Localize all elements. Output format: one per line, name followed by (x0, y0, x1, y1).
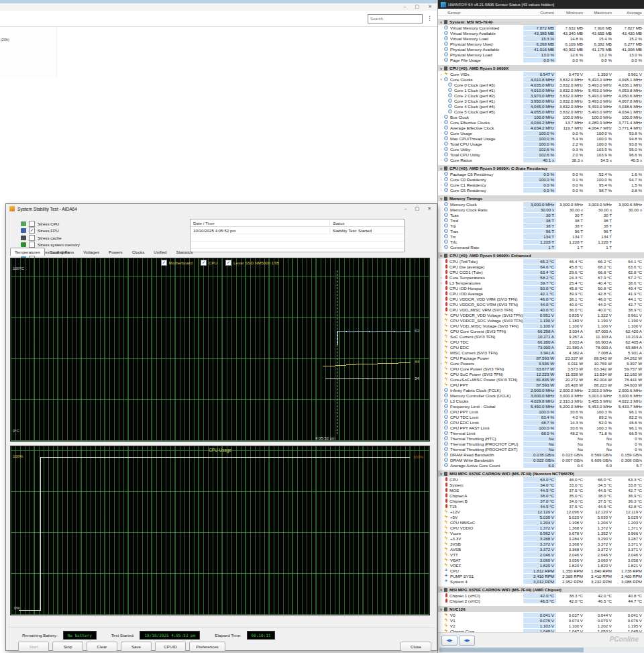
chevron-icon[interactable]: › (438, 188, 444, 192)
chevron-icon[interactable]: › (438, 275, 444, 279)
tab-unified[interactable]: Unified (149, 248, 171, 256)
sensor-row[interactable]: Trfc1,228 T1,228 T1,228 T (438, 239, 644, 244)
sensor-row[interactable]: +CPU1,812 RPM1,350 RPM1,840 RPM1,738 RPM (438, 568, 644, 573)
legend-item[interactable]: ✓Lexar SSD NM5000 1TB (225, 260, 279, 266)
sensor-row[interactable]: Core 3 Clock (perf #1)3,950.0 MHz3,832.0… (438, 98, 644, 103)
close-button[interactable]: Close (400, 642, 431, 652)
column-current[interactable]: Current (523, 10, 556, 15)
sensor-row[interactable]: Package C6 Residency0.0 %0.0 %52.4 %1.6 … (438, 171, 644, 177)
sensor-row[interactable]: ϟV00.041 V0.037 V0.044 V0.041 V (438, 612, 644, 617)
sensor-row[interactable]: ϟCPU SoC Power (SVI3 TFN)12.223 W11.028 … (438, 371, 644, 376)
sensor-row[interactable]: Chipset B37.0 °C34.0 °C37.5 °C36.3 °C (438, 498, 644, 503)
sensor-row[interactable]: ϟCPU VDD_MISC Voltage (SVI3 TFN)1.100 V1… (438, 323, 644, 328)
chevron-down-icon[interactable]: ∨ (438, 254, 444, 258)
sensor-row[interactable]: ›L3 Temperatures39.7 °C25.4 °C40.4 °C38.… (438, 280, 644, 285)
legend-item[interactable]: ✓Motherboard (161, 260, 193, 266)
log-row[interactable]: 10/10/2025 4:05:52 pmStability Test: Sta… (191, 227, 404, 234)
chevron-down-icon[interactable]: ∨ (438, 607, 444, 611)
sensor-row[interactable]: ϟ+5V5.030 V5.020 V5.030 V5.029 V (438, 514, 644, 519)
sensor-row[interactable]: ϟCore+SoC+MISC Power (SVI3 TFN)81.835 W2… (438, 376, 644, 382)
sensor-row[interactable]: Total CPU Usage100.0 %2.2 %100.0 %93.8 % (438, 141, 644, 146)
sensor-row[interactable]: Core 0 Clock (perf #3)4,035.0 MHz3,832.0… (438, 82, 644, 87)
sensor-row[interactable]: Memory Controller Clock (UCLK)3,000.0 MH… (438, 393, 644, 398)
sensor-row[interactable]: Trcd38 T38 T38 T (438, 217, 644, 223)
sensor-row[interactable]: Trp38 T38 T38 T (438, 223, 644, 228)
sensor-row[interactable]: Max CPU/Thread Usage100.0 %5.4 %100.0 %9… (438, 136, 644, 141)
sensor-row[interactable]: ϟCPU NB/SoC1.204 V1.198 V1.204 V1.203 V (438, 519, 644, 525)
sensor-row[interactable]: ϟCPU PPT87.593 W26.428 W88.223 W84.603 W (438, 382, 644, 387)
sensor-row[interactable]: CPU VDDCR_SOC VRM (SVI3 TFN)44.0 °C40.0 … (438, 301, 644, 307)
sensor-section-header[interactable]: ∨MSI MPG X670E CARBON WIFI (MS-7E49) (Nu… (438, 470, 644, 476)
chevron-icon[interactable]: › (438, 281, 444, 285)
sensor-row[interactable]: CPU TDC Limit83.4 %4.0 %89.2 %82.2 % (438, 414, 644, 419)
sensor-row[interactable]: CPU63.0 °C46.0 °C66.0 °C63.3 °C (438, 476, 644, 482)
sensor-row[interactable]: Physical Memory Load13.0 %12.6 %13.2 %13… (438, 52, 644, 57)
sensor-row[interactable]: Virtual Memory Committed7,872 MB7,632 MB… (438, 25, 644, 30)
sensor-row[interactable]: Infinity Fabric Clock (FCLK)2,000.0 MHz2… (438, 387, 644, 393)
sensor-row[interactable]: T1544.5 °C37.5 °C44.5 °C42.8 °C (438, 503, 644, 509)
tab-cooling-fans[interactable]: Cooling Fans (45, 248, 78, 256)
sensor-row[interactable]: Average Active Core Count6.00.46.05.7 (438, 462, 644, 468)
chevron-down-icon[interactable]: ∨ (438, 588, 444, 592)
sensor-section-header[interactable]: ∨CPU [#0]: AMD Ryzen 5 9600X: Enhanced (438, 252, 644, 258)
sensor-row[interactable]: Frequency Limit - Global5,450.0 MHz5,200… (438, 403, 644, 409)
sensor-row[interactable]: Memory Clock3,000.0 MHz3,000.0 MHz3,003.… (438, 201, 644, 207)
legend-checkbox[interactable]: ✓ (201, 260, 207, 266)
chevron-icon[interactable]: ∨ (438, 77, 444, 81)
sensor-row[interactable]: Chipset 1 (xHCI)42.0 °C38.3 °C42.0 °C40.… (438, 593, 644, 598)
chevron-icon[interactable]: › (438, 120, 444, 124)
sensor-row[interactable]: Total CPU Utility102.6 %2.0 %103.9 %96.6… (438, 152, 644, 157)
sensor-row[interactable]: Page File Usage0.0 %0.0 %0.0 %0.0 % (438, 57, 644, 62)
maximize-icon[interactable]: ▢ (415, 4, 420, 9)
swap-arrows-icon[interactable]: ◀▶ (441, 636, 458, 646)
sensor-row[interactable]: ϟ+3.3V3.288 V3.284 V3.290 V3.287 V (438, 536, 644, 541)
scrollbar-thumb[interactable] (439, 648, 584, 652)
sensor-row[interactable]: ›Core Ratios40.1 x38.3 x54.5 x40.5 x (438, 157, 644, 162)
sensor-row[interactable]: Core 2 Clock (perf #2)3,970.0 MHz3,832.0… (438, 93, 644, 98)
sensor-row[interactable]: Thermal Limit68.0 %48.2 %71.8 %66.9 % (438, 430, 644, 436)
sensor-row[interactable]: Average Effective Clock4,034.2 MHz119.7 … (438, 125, 644, 130)
close-icon[interactable]: ✕ (428, 4, 432, 9)
sensor-row[interactable]: Chipset A38.0 °C35.0 °C38.0 °C36.9 °C (438, 493, 644, 498)
save-button[interactable]: Save (121, 642, 152, 652)
sensor-row[interactable]: CPU Die (average)64.6 °C45.8 °C68.2 °C63… (438, 264, 644, 269)
chevron-down-icon[interactable]: ∨ (438, 197, 444, 201)
sensor-row[interactable]: ›Core Utility102.6 %0.3 %103.9 %95.0 % (438, 146, 644, 152)
sensor-row[interactable]: ›ϟCore VIDs0.947 V0.470 V1.350 V0.961 V (438, 71, 644, 77)
chevron-icon[interactable]: › (438, 147, 444, 151)
sensor-row[interactable]: ϟCPU Core Power (SVI3 TFN)63.677 W3.573 … (438, 366, 644, 371)
sensor-row[interactable]: ›Core Usage100.0 %0.0 %100.0 %93.8 % (438, 130, 644, 136)
sensor-row[interactable]: ›Core C1 Residency0.0 %0.0 %95.4 %1.5 % (438, 182, 644, 187)
sensor-row[interactable]: CPU IOD Hotspot50.0 °C45.8 °C50.8 °C49.4… (438, 285, 644, 291)
sensor-row[interactable]: Thermal Throttling (PROCHOT CPU)NoNoNo0 … (438, 441, 644, 446)
sensor-row[interactable]: Thermal Throttling (HTC)NoNoNo0 % (438, 436, 644, 441)
sensor-row[interactable]: CPU VDD_MISC VRM (SVI3 TFN)40.0 °C36.0 °… (438, 307, 644, 312)
tab-powers[interactable]: Powers (104, 248, 127, 256)
maximize-icon[interactable]: ▢ (415, 206, 420, 211)
sensor-row[interactable]: Memory Clock Ratio30.00 x30.00 x30.00 x3… (438, 207, 644, 212)
sensor-row[interactable]: ϟAVSB3.372 V3.368 V3.372 V3.371 V (438, 546, 644, 552)
chevron-down-icon[interactable]: ∨ (438, 20, 444, 24)
sensor-row[interactable]: Core 4 Clock (perf #4)4,045.0 MHz3,832.0… (438, 103, 644, 109)
cpuid-button[interactable]: CPUID (155, 642, 186, 652)
checkbox[interactable] (29, 235, 35, 241)
sensor-row[interactable]: +System 43,012 RPM2,952 RPM3,232 RPM3,08… (438, 579, 644, 584)
sensor-row[interactable]: ›Core Effective Clocks4,034.2 MHz13.7 MH… (438, 119, 644, 125)
sensor-row[interactable]: Command Rate1 T1 T1 T (438, 244, 644, 250)
chevron-down-icon[interactable]: ∨ (438, 472, 444, 476)
sensor-row[interactable]: Tras96 T96 T96 T (438, 228, 644, 234)
sensor-row[interactable]: ∨Core Clocks4,010.8 MHz3,832.0 MHz5,493.… (438, 77, 644, 82)
checkbox[interactable] (29, 221, 35, 227)
sensor-row[interactable]: ›Core C6 Residency0.0 %0.0 %98.7 %3.8 % (438, 187, 644, 193)
sensor-section-header[interactable]: ∨System: MSI MS-7E49 (438, 19, 644, 25)
sensor-row[interactable]: ϟV10.076 V0.074 V0.079 V0.076 V (438, 617, 644, 623)
sensor-row[interactable]: CPU VDDCR_VDD VRM (SVI3 TFN)46.0 °C38.1 … (438, 296, 644, 301)
sensor-row[interactable]: ›Core Temperatures58.2 °C24.3 °C67.9 °C5… (438, 274, 644, 280)
sensor-row[interactable]: ϟCPU Package Power87.593 W23.337 W88.543… (438, 355, 644, 360)
clear-button[interactable]: Clear (87, 642, 117, 652)
tab-voltages[interactable]: Voltages (78, 248, 104, 256)
sensor-row[interactable]: ϟVBAT3.060 V3.056 V3.060 V3.058 V (438, 557, 644, 562)
sensor-row[interactable]: Physical Memory Available41,016 MB40,902… (438, 46, 644, 52)
sensor-row[interactable]: ϟCPU VDDIO1.372 V1.368 V1.372 V1.371 V (438, 525, 644, 530)
chevron-icon[interactable]: › (438, 361, 444, 365)
